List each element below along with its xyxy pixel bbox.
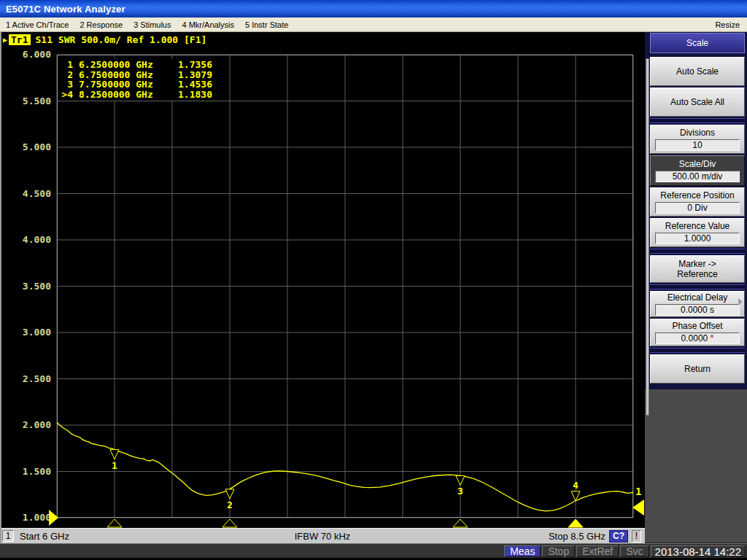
- softkey-auto-scale[interactable]: Auto Scale: [650, 57, 745, 86]
- menu-stimulus[interactable]: 3 Stimulus: [133, 20, 171, 29]
- marker-1-stimulus-triangle: [107, 519, 122, 527]
- svc-status-button[interactable]: Svc: [620, 545, 649, 557]
- trace-info-line: ▶ Tr1 S11 SWR 500.0m/ Ref 1.000 [F1]: [3, 34, 206, 45]
- y-axis-tick-label: 4.000: [0, 233, 51, 246]
- marker-table-row: 16.2500000 GHz1.7356: [58, 60, 222, 70]
- active-trace-badge[interactable]: Tr1: [9, 34, 30, 45]
- y-axis-tick-label: 1.500: [0, 465, 51, 478]
- submenu-arrow-icon: [738, 298, 743, 306]
- softkey-electrical-delay[interactable]: Electrical Delay 0.0000 s: [650, 291, 745, 317]
- menu-instr-state[interactable]: 5 Instr State: [245, 20, 288, 29]
- reference-value-value[interactable]: 1.0000: [655, 233, 740, 244]
- marker-2-number: 2: [227, 499, 233, 510]
- divisions-value[interactable]: 10: [655, 139, 740, 151]
- y-axis-tick-label: 5.000: [0, 141, 51, 153]
- trace-format-readout: S11 SWR 500.0m/ Ref 1.000 [F1]: [36, 34, 207, 45]
- trace-number-label: 1: [635, 486, 641, 497]
- marker-3-glyph: [456, 475, 465, 485]
- menu-response[interactable]: 2 Response: [80, 20, 123, 29]
- sweep-stop-label: Stop 8.5 GHz: [549, 531, 605, 542]
- stop-status-button[interactable]: Stop: [542, 545, 575, 557]
- instrument-status-bar: Meas Stop ExtRef Svc 2013-08-14 14:22: [0, 543, 747, 560]
- marker-3-stimulus-triangle: [453, 519, 468, 527]
- menu-bar: 1 Active Ch/Trace 2 Response 3 Stimulus …: [0, 18, 747, 32]
- softkey-scale-div[interactable]: Scale/Div 500.00 m/div: [650, 155, 745, 186]
- calibration-badge: C?: [609, 530, 628, 542]
- window-left-edge: [0, 32, 1, 543]
- reference-level-indicator-right: [632, 499, 644, 516]
- marker-table-row: >48.2500000 GHz1.1830: [58, 90, 222, 100]
- extref-status-button[interactable]: ExtRef: [576, 545, 619, 557]
- softkey-marker-to-reference[interactable]: Marker -> Reference: [650, 255, 745, 283]
- plot-area: ▶ Tr1 S11 SWR 500.0m/ Ref 1.000 [F1] 6.0…: [0, 32, 645, 528]
- softkey-return[interactable]: Return: [650, 354, 745, 384]
- window-title: E5071C Network Analyzer: [6, 4, 125, 15]
- y-axis-tick-label: 3.000: [0, 326, 51, 338]
- y-axis-tick-label: 4.500: [0, 187, 51, 200]
- menu-resize[interactable]: Resize: [715, 20, 740, 29]
- marker-1-number: 1: [112, 460, 117, 471]
- softkey-reference-value[interactable]: Reference Value 1.0000: [650, 218, 745, 247]
- marker-2-glyph: [225, 489, 234, 499]
- marker-4-number: 4: [573, 480, 578, 491]
- softkey-reference-position[interactable]: Reference Position 0 Div: [650, 187, 745, 217]
- softkey-sidebar: Scale Auto Scale Auto Scale All Division…: [645, 32, 747, 543]
- menu-mkr-analysis[interactable]: 4 Mkr/Analysis: [182, 20, 234, 29]
- marker-1-glyph: [110, 450, 119, 459]
- scale-div-value[interactable]: 500.00 m/div: [655, 171, 740, 182]
- softkey-scroll-strip[interactable]: [646, 58, 649, 416]
- softkey-menu: Scale Auto Scale Auto Scale All Division…: [645, 32, 747, 389]
- softkey-menu-title: Scale: [650, 33, 745, 53]
- marker-3-number: 3: [457, 486, 463, 497]
- y-axis-tick-label: 5.500: [0, 95, 51, 107]
- warning-indicator: !: [632, 530, 641, 542]
- channel-status-bar: 1 Start 6 GHz IFBW 70 kHz Stop 8.5 GHz C…: [0, 528, 645, 543]
- y-axis-tick-label: 2.000: [0, 419, 51, 431]
- softkey-separator: [650, 249, 745, 254]
- y-axis-tick-label: 2.500: [0, 373, 51, 385]
- marker-table-row: 26.7500000 GHz1.3079: [58, 70, 222, 80]
- y-axis-tick-label: 6.000: [0, 48, 51, 61]
- datetime-display: 2013-08-14 14:22: [651, 545, 746, 557]
- instrument-screen: E5071C Network Analyzer 1 Active Ch/Trac…: [0, 0, 747, 560]
- channel-number-box: 1: [2, 530, 14, 542]
- marker-readout-table: 16.2500000 GHz1.735626.7500000 GHz1.3079…: [58, 59, 228, 101]
- phase-offset-value[interactable]: 0.0000 °: [655, 332, 740, 344]
- softkey-divisions[interactable]: Divisions 10: [650, 125, 745, 154]
- y-axis-tick-label: 3.500: [0, 280, 51, 292]
- swr-chart: 12341: [57, 55, 633, 528]
- marker-table-row: 37.7500000 GHz1.4536: [58, 79, 222, 90]
- menu-active-ch-trace[interactable]: 1 Active Ch/Trace: [6, 20, 69, 29]
- active-trace-arrow-icon: ▶: [3, 36, 7, 44]
- softkey-auto-scale-all[interactable]: Auto Scale All: [650, 88, 745, 117]
- marker-2-stimulus-triangle: [222, 519, 237, 527]
- sweep-start-label: Start 6 GHz: [20, 531, 69, 542]
- meas-status-button[interactable]: Meas: [504, 545, 541, 557]
- electrical-delay-value[interactable]: 0.0000 s: [655, 304, 740, 316]
- y-axis-tick-label: 1.000: [0, 511, 51, 524]
- title-bar: E5071C Network Analyzer: [0, 0, 747, 18]
- marker-4-stimulus-triangle: [568, 519, 583, 527]
- softkey-separator: [650, 348, 745, 353]
- softkey-separator: [650, 118, 745, 123]
- softkey-phase-offset[interactable]: Phase Offset 0.0000 °: [650, 319, 745, 346]
- reference-position-value[interactable]: 0 Div: [655, 202, 740, 214]
- softkey-separator: [650, 284, 745, 289]
